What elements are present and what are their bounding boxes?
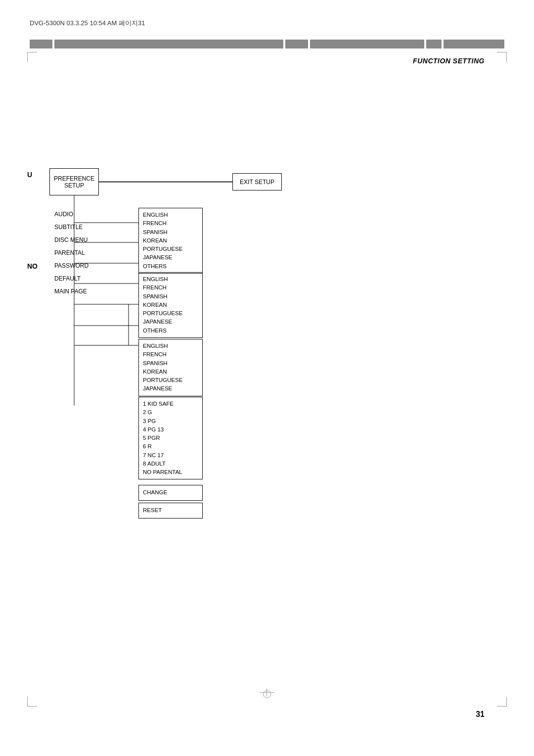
bar3 xyxy=(285,40,308,48)
diagram-lines xyxy=(49,168,445,564)
bar6 xyxy=(444,40,504,48)
menu-disc-menu: DISC MENU xyxy=(54,234,89,246)
preference-setup-box: PREFERENCESETUP xyxy=(49,168,99,195)
corner-bl xyxy=(27,697,37,707)
left-bracket: U xyxy=(27,171,32,179)
menu-password: PASSWORD xyxy=(54,259,89,272)
menu-audio: AUDIO xyxy=(54,208,89,221)
panel-subtitle: ENGLISHFRENCHSPANISHKOREANPORTUGUESEJAPA… xyxy=(138,272,203,338)
menu-main-page: MAIN PAGE xyxy=(54,285,89,298)
corner-tl xyxy=(27,52,37,62)
exit-setup-box: EXIT SETUP xyxy=(232,173,282,190)
corner-tr xyxy=(497,52,507,62)
menu-items-list: AUDIO SUBTITLE DISC MENU PARENTAL PASSWO… xyxy=(54,208,89,298)
panel-change: CHANGE xyxy=(138,485,203,501)
panel-disc-menu: ENGLISHFRENCHSPANISHKOREANPORTUGUESEJAPA… xyxy=(138,339,203,396)
header-text: DVG-5300N 03.3.25 10:54 AM 페이지31 xyxy=(30,19,504,28)
corner-br xyxy=(497,697,507,707)
left-no: NO xyxy=(27,262,38,270)
bar1 xyxy=(30,40,52,48)
bar2 xyxy=(54,40,283,48)
menu-subtitle: SUBTITLE xyxy=(54,221,89,234)
panel-parental: 1 KID SAFE2 G3 PG4 PG 135 PGR6 R7 NC 178… xyxy=(138,397,203,479)
bar4 xyxy=(310,40,424,48)
panel-reset: RESET xyxy=(138,503,203,519)
function-setting-title: FUNCTION SETTING xyxy=(413,57,485,65)
menu-default: DEFAULT xyxy=(54,272,89,285)
page-number: 31 xyxy=(476,710,485,719)
menu-parental: PARENTAL xyxy=(54,246,89,259)
bar5 xyxy=(426,40,442,48)
panel-audio: ENGLISHFRENCHSPANISHKOREANPORTUGUESEJAPA… xyxy=(138,208,203,274)
header-bars xyxy=(30,40,504,48)
registration-mark-bottom xyxy=(260,689,274,697)
